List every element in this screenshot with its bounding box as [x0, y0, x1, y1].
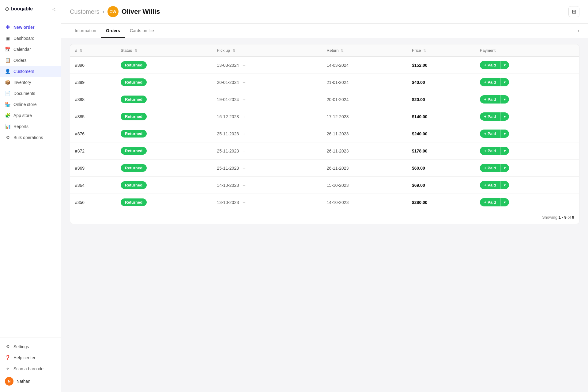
sidebar-item-calendar[interactable]: 📅 Calendar: [0, 44, 61, 55]
page-header: Customers › OW Oliver Willis ⊞: [61, 0, 588, 24]
date-arrow-icon: →: [242, 131, 246, 136]
table-row[interactable]: #369 Returned 25-11-2023 → 26-11-2023 $6…: [70, 160, 579, 177]
sidebar-item-label-bulk-operations: Bulk operations: [13, 135, 43, 140]
payment-dropdown-arrow[interactable]: ▾: [500, 61, 509, 69]
table-row[interactable]: #389 Returned 20-01-2024 → 21-01-2024 $4…: [70, 74, 579, 91]
pickup-cell: 13-10-2023 →: [212, 194, 322, 211]
date-arrow-icon: →: [242, 97, 246, 102]
col-header-pickup[interactable]: Pick up ⇅: [212, 44, 322, 57]
payment-dropdown-arrow[interactable]: ▾: [500, 181, 509, 189]
tab-next-button[interactable]: ›: [578, 28, 579, 34]
col-header-price[interactable]: Price ⇅: [407, 44, 475, 57]
sidebar-item-app-store[interactable]: 🧩 App store: [0, 110, 61, 121]
order-description-cell: [89, 177, 116, 194]
col-header-payment: Payment: [475, 44, 579, 57]
payment-dropdown-arrow[interactable]: ▾: [500, 147, 509, 155]
sidebar-item-bulk-operations[interactable]: ⚙ Bulk operations: [0, 132, 61, 143]
logo: ◇ booqable: [5, 6, 33, 12]
col-label-status: Status: [121, 48, 132, 53]
payment-button[interactable]: + Paid ▾: [480, 78, 509, 86]
sidebar-item-reports[interactable]: 📊 Reports: [0, 121, 61, 132]
tab-orders[interactable]: Orders: [101, 24, 125, 38]
payment-dropdown-arrow[interactable]: ▾: [500, 164, 509, 172]
breadcrumb-customers-link[interactable]: Customers: [70, 8, 100, 15]
payment-dropdown-arrow[interactable]: ▾: [500, 198, 509, 206]
status-badge: Returned: [121, 164, 147, 172]
help-center-icon: ❓: [5, 355, 10, 360]
content-area: # ⇅Status ⇅Pick up ⇅Return ⇅Price ⇅Payme…: [61, 38, 588, 392]
bulk-operations-icon: ⚙: [5, 135, 10, 140]
payment-button[interactable]: + Paid ▾: [480, 198, 509, 206]
status-cell: Returned: [116, 57, 212, 74]
price-cell: $152.00: [407, 57, 475, 74]
header-actions: ⊞: [568, 6, 579, 17]
pickup-cell: 16-12-2023 →: [212, 108, 322, 125]
table-row[interactable]: #385 Returned 16-12-2023 → 17-12-2023 $1…: [70, 108, 579, 125]
customer-avatar: OW: [107, 6, 119, 17]
col-header-status[interactable]: Status ⇅: [116, 44, 212, 57]
payment-button[interactable]: + Paid ▾: [480, 130, 509, 138]
status-badge: Returned: [121, 198, 147, 206]
sidebar-item-help-center[interactable]: ❓ Help center: [0, 352, 61, 363]
date-arrow-icon: →: [242, 200, 246, 205]
user-profile[interactable]: N Nathan: [0, 374, 61, 388]
user-avatar: N: [5, 377, 13, 386]
payment-dropdown-arrow[interactable]: ▾: [500, 78, 509, 86]
payment-main-label: + Paid: [480, 61, 500, 69]
payment-button[interactable]: + Paid ▾: [480, 112, 509, 121]
sidebar-bottom: ⚙ Settings ❓ Help center ⌖ Scan a barcod…: [0, 337, 61, 392]
sidebar-item-settings[interactable]: ⚙ Settings: [0, 341, 61, 352]
table-row[interactable]: #396 Returned 13-03-2024 → 14-03-2024 $1…: [70, 57, 579, 74]
payment-main-label: + Paid: [480, 112, 500, 121]
payment-main-label: + Paid: [480, 147, 500, 155]
price-cell: $240.00: [407, 125, 475, 142]
price-cell: $60.00: [407, 160, 475, 177]
payment-button[interactable]: + Paid ▾: [480, 147, 509, 155]
sidebar-header: ◇ booqable ◁: [0, 0, 61, 18]
col-header-num[interactable]: # ⇅: [70, 44, 89, 57]
payment-button[interactable]: + Paid ▾: [480, 61, 509, 69]
payment-dropdown-arrow[interactable]: ▾: [500, 112, 509, 121]
user-name: Nathan: [17, 379, 30, 384]
date-arrow-icon: →: [242, 149, 246, 153]
col-num-label: #: [75, 48, 77, 53]
order-number-cell: #389: [70, 74, 89, 91]
order-number-cell: #396: [70, 57, 89, 74]
order-description-cell: [89, 160, 116, 177]
table-row[interactable]: #372 Returned 25-11-2023 → 26-11-2023 $1…: [70, 142, 579, 160]
sidebar-item-documents[interactable]: 📄 Documents: [0, 88, 61, 99]
sidebar-item-dashboard[interactable]: ▣ Dashboard: [0, 33, 61, 44]
documents-icon: 📄: [5, 91, 10, 96]
table-row[interactable]: #376 Returned 25-11-2023 → 26-11-2023 $2…: [70, 125, 579, 142]
table-row[interactable]: #388 Returned 19-01-2024 → 20-01-2024 $2…: [70, 91, 579, 108]
status-badge: Returned: [121, 113, 147, 120]
sidebar-item-online-store[interactable]: 🏪 Online store: [0, 99, 61, 110]
col-header-return[interactable]: Return ⇅: [322, 44, 407, 57]
sidebar-item-label-reports: Reports: [13, 124, 28, 129]
status-cell: Returned: [116, 125, 212, 142]
payment-button[interactable]: + Paid ▾: [480, 95, 509, 104]
sidebar-item-new-order[interactable]: ✚ New order: [0, 22, 61, 33]
table-row[interactable]: #364 Returned 14-10-2023 → 15-10-2023 $6…: [70, 177, 579, 194]
sidebar-item-customers[interactable]: 👤 Customers: [0, 66, 61, 77]
table-row[interactable]: #356 Returned 13-10-2023 → 14-10-2023 $2…: [70, 194, 579, 211]
sidebar-item-scan-barcode[interactable]: ⌖ Scan a barcode: [0, 363, 61, 374]
tab-information[interactable]: Information: [70, 24, 101, 38]
return-cell: 26-11-2023: [322, 125, 407, 142]
price-cell: $280.00: [407, 194, 475, 211]
payment-main-label: + Paid: [480, 130, 500, 138]
order-number-cell: #388: [70, 91, 89, 108]
calendar-icon: 📅: [5, 47, 10, 52]
date-arrow-icon: →: [242, 80, 246, 85]
sidebar-item-inventory[interactable]: 📦 Inventory: [0, 77, 61, 88]
payment-dropdown-arrow[interactable]: ▾: [500, 130, 509, 138]
status-cell: Returned: [116, 142, 212, 160]
payment-dropdown-arrow[interactable]: ▾: [500, 95, 509, 104]
layout-toggle-button[interactable]: ⊞: [568, 6, 579, 17]
sidebar-item-orders[interactable]: 📋 Orders: [0, 55, 61, 66]
payment-button[interactable]: + Paid ▾: [480, 164, 509, 172]
order-number-cell: #364: [70, 177, 89, 194]
collapse-sidebar-button[interactable]: ◁: [52, 6, 56, 12]
tab-cards-on-file[interactable]: Cards on file: [125, 24, 159, 38]
payment-button[interactable]: + Paid ▾: [480, 181, 509, 189]
